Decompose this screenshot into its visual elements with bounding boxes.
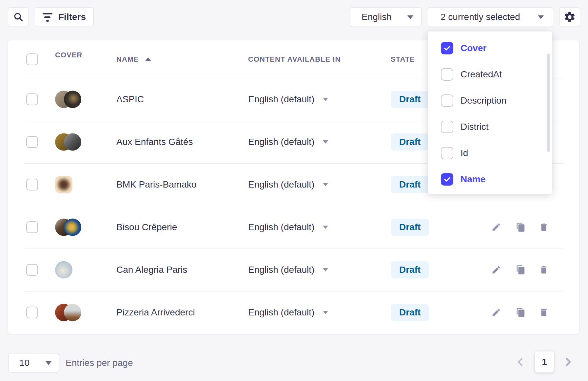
page-size-select[interactable]: 10 xyxy=(8,353,59,373)
table-row[interactable]: Pizzeria Arrivederci English (default) D… xyxy=(8,291,579,334)
locale-select-value: English xyxy=(362,12,392,22)
header-cover: COVER xyxy=(55,50,82,68)
row-divider xyxy=(24,291,563,291)
state-cell: Draft xyxy=(391,176,429,193)
page-size-value: 10 xyxy=(19,358,29,368)
row-checkbox[interactable] xyxy=(26,221,38,233)
pencil-icon xyxy=(491,308,501,317)
duplicate-button[interactable] xyxy=(516,265,526,275)
row-locale-value: English (default) xyxy=(248,137,314,147)
trash-icon xyxy=(539,265,549,275)
pencil-icon xyxy=(491,222,501,232)
status-badge: Draft xyxy=(391,219,429,236)
column-option[interactable]: CreatedAt xyxy=(428,61,552,88)
filters-button-label: Filters xyxy=(58,12,86,22)
row-divider xyxy=(24,249,563,249)
cover-avatar xyxy=(64,219,81,236)
select-all-checkbox[interactable] xyxy=(26,53,38,65)
next-page-button[interactable] xyxy=(563,357,573,367)
cover-cell xyxy=(55,176,82,193)
duplicate-button[interactable] xyxy=(516,308,526,317)
duplicate-button[interactable] xyxy=(516,222,526,232)
column-option[interactable]: Name xyxy=(428,166,552,192)
cover-cell xyxy=(55,91,82,108)
column-option-checkbox[interactable] xyxy=(441,94,453,107)
row-locale-value: English (default) xyxy=(248,222,314,232)
row-name: BMK Paris-Bamako xyxy=(116,179,196,190)
duplicate-icon xyxy=(516,265,526,275)
dropdown-scrollbar[interactable] xyxy=(547,53,550,152)
filters-button[interactable]: Filters xyxy=(35,7,94,27)
page-1-button[interactable]: 1 xyxy=(535,351,554,372)
column-option-label: Id xyxy=(461,148,468,158)
table-row[interactable]: Can Alegria Paris English (default) Draf… xyxy=(8,249,579,291)
delete-button[interactable] xyxy=(539,265,549,275)
row-name: Bisou Crêperie xyxy=(116,222,177,232)
row-name: Pizzeria Arrivederci xyxy=(116,307,195,318)
row-checkbox[interactable] xyxy=(26,307,38,318)
previous-page-button[interactable] xyxy=(515,357,526,367)
chevron-down-icon xyxy=(323,140,328,144)
chevron-left-icon xyxy=(515,357,526,367)
row-locale-select[interactable]: English (default) xyxy=(248,222,328,232)
duplicate-icon xyxy=(516,308,526,317)
check-icon xyxy=(443,44,451,52)
row-locale-value: English (default) xyxy=(248,307,314,318)
chevron-down-icon xyxy=(407,15,413,19)
cover-avatar xyxy=(55,261,72,279)
column-option-checkbox[interactable] xyxy=(441,68,453,81)
gear-icon xyxy=(563,11,576,23)
row-locale-select[interactable]: English (default) xyxy=(248,179,328,190)
column-option-checkbox[interactable] xyxy=(441,173,453,186)
search-button[interactable] xyxy=(8,7,29,27)
row-locale-select[interactable]: English (default) xyxy=(248,94,328,105)
state-cell: Draft xyxy=(391,261,429,278)
column-visibility-value: 2 currently selected xyxy=(441,12,520,22)
edit-button[interactable] xyxy=(491,308,501,317)
row-checkbox[interactable] xyxy=(26,179,38,190)
edit-button[interactable] xyxy=(491,222,501,232)
cover-cell xyxy=(55,261,82,279)
entries-per-page-label: Entries per page xyxy=(66,353,133,373)
row-locale-select[interactable]: English (default) xyxy=(248,137,328,147)
column-visibility-select[interactable]: 2 currently selected xyxy=(427,7,553,27)
column-option[interactable]: Id xyxy=(428,140,552,166)
status-badge: Draft xyxy=(391,91,429,108)
locale-select[interactable]: English xyxy=(350,7,421,27)
column-option[interactable]: Cover xyxy=(428,35,552,61)
trash-icon xyxy=(539,222,549,232)
row-name: Aux Enfants Gâtés xyxy=(116,137,193,147)
row-locale-value: English (default) xyxy=(248,179,314,190)
chevron-down-icon xyxy=(538,15,544,19)
chevron-down-icon xyxy=(323,268,328,271)
filter-icon xyxy=(43,13,52,22)
header-name[interactable]: NAME xyxy=(116,55,139,64)
column-visibility-dropdown: Cover CreatedAt Description District xyxy=(428,31,552,194)
edit-button[interactable] xyxy=(491,265,501,275)
header-state: STATE xyxy=(391,55,415,64)
row-checkbox[interactable] xyxy=(26,264,38,276)
status-badge: Draft xyxy=(391,176,429,193)
delete-button[interactable] xyxy=(539,222,549,232)
column-option-label: District xyxy=(461,122,489,132)
row-checkbox[interactable] xyxy=(26,93,38,105)
column-option-checkbox[interactable] xyxy=(441,147,453,159)
table-row[interactable]: Bisou Crêperie English (default) Draft xyxy=(8,206,579,249)
row-locale-value: English (default) xyxy=(248,94,314,105)
row-locale-select[interactable]: English (default) xyxy=(248,265,328,275)
settings-button[interactable] xyxy=(559,7,580,27)
column-option[interactable]: Description xyxy=(428,88,552,114)
pencil-icon xyxy=(491,265,501,275)
delete-button[interactable] xyxy=(539,308,549,317)
row-checkbox[interactable] xyxy=(26,136,38,148)
row-name: Can Alegria Paris xyxy=(116,265,187,275)
chevron-down-icon xyxy=(323,183,328,186)
check-icon xyxy=(443,175,451,183)
row-locale-select[interactable]: English (default) xyxy=(248,307,328,318)
column-option[interactable]: District xyxy=(428,114,552,140)
cover-cell xyxy=(55,133,82,151)
column-option-checkbox[interactable] xyxy=(441,42,453,54)
sort-ascending-icon[interactable] xyxy=(145,57,151,61)
column-option-checkbox[interactable] xyxy=(441,121,453,133)
duplicate-icon xyxy=(516,222,526,232)
